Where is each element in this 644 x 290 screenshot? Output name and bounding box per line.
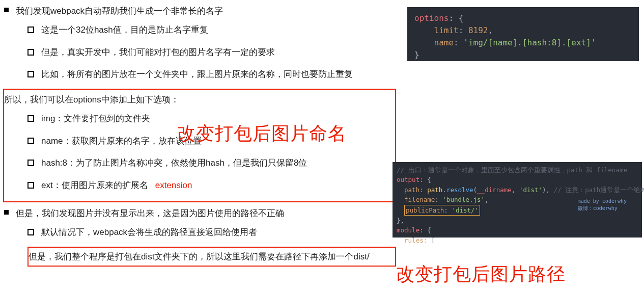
watermark: made by coderwhy微博：coderwhy	[578, 198, 627, 212]
red-highlight-box-2: 但是，我们整个程序是打包在dist文件夹下的，所以这里我们需要在路径下再添加一个…	[27, 247, 396, 267]
code-block-options: options: { limit: 8192, name: 'img/[name…	[407, 7, 639, 61]
bullet-l2: 默认情况下，webpack会将生成的路径直接返回给使用者	[27, 224, 396, 240]
bullet-l1: 我们发现webpack自动帮助我们生成一个非常长的名字 这是一个32位hash值…	[4, 3, 396, 83]
bullet-l2-boxed: 但是，我们整个程序是打包在dist文件夹下的，所以这里我们需要在路径下再添加一个…	[27, 247, 396, 267]
extension-note: extension	[155, 180, 192, 190]
annotation-repath: 改变打包后图片路径	[396, 262, 566, 287]
bullet-l2: 但是，真实开发中，我们可能对打包的图片名字有一定的要求	[27, 44, 396, 60]
bullet-text: 我们发现webpack自动帮助我们生成一个非常长的名字	[16, 3, 223, 19]
bullet-l2: 比如，将所有的图片放在一个文件夹中，跟上图片原来的名称，同时也要防止重复	[27, 66, 396, 82]
bullet-l2: ext：使用图片原来的扩展名extension	[27, 177, 393, 193]
publicpath-highlight: publicPath: 'dist/'	[404, 205, 480, 216]
code-block-output: // 出口：通常是一个对象，里面至少包含两个重要属性，path 和 filena…	[393, 162, 642, 238]
bullet-l2: 这是一个32位hash值，目的是防止名字重复	[27, 22, 396, 38]
annotation-rename: 改变打包后图片命名	[177, 121, 347, 146]
bullet-l1: 但是，我们发现图片并没有显示出来，这是因为图片使用的路径不正确 默认情况下，we…	[4, 205, 396, 267]
bullet-l2: hash:8：为了防止图片名称冲突，依然使用hash，但是我们只保留8位	[27, 155, 393, 171]
